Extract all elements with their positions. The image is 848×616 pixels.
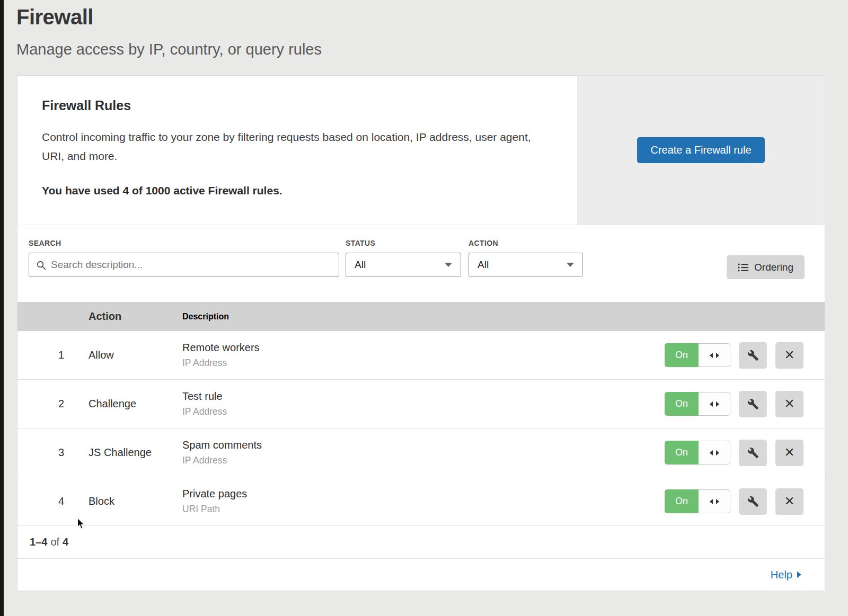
delete-rule-button[interactable]: × <box>775 488 803 515</box>
action-filter: ACTION All <box>469 239 583 277</box>
chevron-down-icon <box>567 263 574 267</box>
rule-controls: On × <box>665 488 825 515</box>
table-row: 3 JS Challenge Spam comments IP Address … <box>17 428 825 477</box>
toggle-on-state[interactable]: On <box>665 489 699 513</box>
chevron-down-icon <box>445 263 452 267</box>
table-row: 4 Block Private pages URI Path On <box>17 477 825 526</box>
wrench-icon <box>747 350 759 361</box>
wrench-icon <box>747 496 759 507</box>
left-right-arrows-icon <box>708 351 721 360</box>
ordering-button-label: Ordering <box>754 262 793 273</box>
rule-number: 2 <box>17 398 89 410</box>
close-icon: × <box>784 493 794 509</box>
rule-description-title: Spam comments <box>182 439 665 451</box>
rule-number: 3 <box>17 447 89 459</box>
rule-controls: On × <box>665 440 825 466</box>
help-link-label: Help <box>771 569 792 581</box>
rule-match-type: IP Address <box>182 455 665 466</box>
arrow-right-icon <box>797 572 801 578</box>
description-column-header: Description <box>182 312 825 322</box>
left-right-arrows-icon <box>708 449 721 457</box>
rule-enabled-toggle[interactable]: On <box>665 343 730 367</box>
rule-description: Private pages URI Path <box>182 488 665 515</box>
screen-edge <box>0 0 4 616</box>
rule-description-title: Test rule <box>182 390 665 403</box>
rule-action: Block <box>89 495 182 507</box>
filters-bar: SEARCH STATUS All ACTION All <box>17 225 825 302</box>
status-label: STATUS <box>346 239 461 247</box>
create-rule-panel: Create a Firewall rule <box>577 76 825 225</box>
rule-number: 4 <box>17 495 89 507</box>
rule-action: Challenge <box>89 398 182 410</box>
close-icon: × <box>784 346 794 363</box>
rule-action: JS Challenge <box>89 447 182 459</box>
rule-description-title: Private pages <box>182 488 665 500</box>
rule-enabled-toggle[interactable]: On <box>665 441 730 465</box>
page-header: Firewall Manage access by IP, country, o… <box>16 5 322 58</box>
table-row: 1 Allow Remote workers IP Address On <box>17 331 825 380</box>
rule-description: Remote workers IP Address <box>182 342 665 369</box>
edit-rule-button[interactable] <box>739 440 767 466</box>
delete-rule-button[interactable]: × <box>775 391 803 417</box>
toggle-drag-handle[interactable] <box>699 489 730 513</box>
overview-text: Firewall Rules Control incoming traffic … <box>17 76 577 197</box>
rule-controls: On × <box>665 391 825 417</box>
rule-enabled-toggle[interactable]: On <box>665 392 730 416</box>
firewall-rules-card: Firewall Rules Control incoming traffic … <box>17 76 825 591</box>
status-filter: STATUS All <box>346 239 461 277</box>
delete-rule-button[interactable]: × <box>775 342 803 369</box>
pagination-of-label: of <box>50 536 59 548</box>
status-select[interactable]: All <box>346 253 461 277</box>
card-footer: Help <box>17 559 825 591</box>
search-input[interactable] <box>51 259 332 271</box>
rule-description-title: Remote workers <box>182 342 665 354</box>
rule-match-type: IP Address <box>182 406 665 417</box>
rule-controls: On × <box>665 342 825 369</box>
close-icon: × <box>784 444 794 460</box>
toggle-drag-handle[interactable] <box>699 441 730 465</box>
rule-match-type: URI Path <box>182 504 665 515</box>
page-subtitle: Manage access by IP, country, or query r… <box>16 41 322 58</box>
action-select[interactable]: All <box>469 253 583 277</box>
rule-description: Test rule IP Address <box>182 390 665 417</box>
table-header: Action Description <box>17 302 825 331</box>
close-icon: × <box>784 395 794 412</box>
wrench-icon <box>747 398 759 410</box>
action-label: ACTION <box>469 239 583 247</box>
overview-description: Control incoming traffic to your zone by… <box>42 128 545 166</box>
pagination: 1–4 of 4 <box>17 526 825 559</box>
search-filter: SEARCH <box>29 239 339 277</box>
ordered-list-icon <box>738 263 748 272</box>
create-firewall-rule-button[interactable]: Create a Firewall rule <box>637 137 764 163</box>
toggle-on-state[interactable]: On <box>665 392 699 416</box>
help-link[interactable]: Help <box>771 569 801 581</box>
usage-summary: You have used 4 of 1000 active Firewall … <box>42 184 577 197</box>
page-title: Firewall <box>16 5 322 29</box>
toggle-drag-handle[interactable] <box>699 343 730 367</box>
left-right-arrows-icon <box>708 400 721 408</box>
rule-action: Allow <box>89 349 182 361</box>
pagination-total: 4 <box>63 536 68 548</box>
search-icon <box>36 260 46 270</box>
rule-description: Spam comments IP Address <box>182 439 665 466</box>
edit-rule-button[interactable] <box>739 391 767 417</box>
rule-enabled-toggle[interactable]: On <box>665 489 730 513</box>
wrench-icon <box>747 447 759 459</box>
rule-number: 1 <box>17 349 89 361</box>
ordering-button[interactable]: Ordering <box>727 255 805 279</box>
toggle-on-state[interactable]: On <box>665 343 699 367</box>
rule-match-type: IP Address <box>182 358 665 369</box>
status-selected-value: All <box>355 259 366 271</box>
search-label: SEARCH <box>29 239 339 247</box>
pagination-range: 1–4 <box>30 536 47 548</box>
toggle-on-state[interactable]: On <box>665 441 699 465</box>
overview-section: Firewall Rules Control incoming traffic … <box>17 76 825 225</box>
edit-rule-button[interactable] <box>739 342 767 369</box>
overview-heading: Firewall Rules <box>42 98 577 113</box>
toggle-drag-handle[interactable] <box>699 392 730 416</box>
action-selected-value: All <box>478 259 489 271</box>
action-column-header: Action <box>89 310 182 323</box>
edit-rule-button[interactable] <box>739 488 767 515</box>
delete-rule-button[interactable]: × <box>775 440 803 466</box>
search-box <box>29 253 339 277</box>
